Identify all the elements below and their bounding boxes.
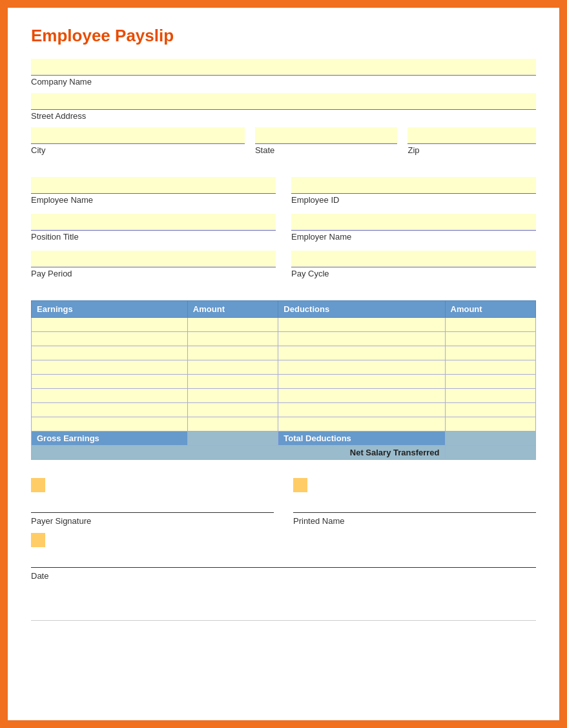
employee-name-input[interactable] <box>31 177 276 194</box>
date-line <box>31 551 536 568</box>
street-address-label: Street Address <box>31 111 536 121</box>
pay-cycle-input[interactable] <box>291 251 536 267</box>
table-row <box>32 318 536 332</box>
date-label: Date <box>31 571 48 581</box>
payer-sig-box <box>31 478 45 492</box>
pay-period-input[interactable] <box>31 251 276 267</box>
total-deductions-value <box>445 432 536 446</box>
city-col: City <box>31 127 245 161</box>
payer-sig-col: Payer Signature <box>31 478 274 526</box>
gross-earnings-label: Gross Earnings <box>32 432 188 446</box>
gross-earnings-value <box>187 432 278 446</box>
footer-divider <box>31 620 536 621</box>
summary-row: Gross EarningsTotal Deductions <box>32 432 536 446</box>
net-salary-row: Net Salary Transferred <box>32 446 536 460</box>
position-input[interactable] <box>31 214 276 231</box>
deductions-amount-header: Amount <box>445 301 536 318</box>
pay-cycle-label: Pay Cycle <box>291 269 536 278</box>
state-input[interactable] <box>255 127 398 144</box>
position-label: Position Title <box>31 232 276 242</box>
employee-id-label: Employee ID <box>291 195 536 205</box>
printed-name-label: Printed Name <box>293 516 344 526</box>
table-row <box>32 403 536 417</box>
net-salary-label: Net Salary Transferred <box>32 446 446 460</box>
zip-col: Zip <box>407 127 536 161</box>
table-row <box>32 360 536 375</box>
payroll-table: Earnings Amount Deductions Amount Gross … <box>31 300 536 460</box>
employee-name-id-row: Employee Name Employee ID <box>31 177 536 211</box>
net-salary-value <box>445 446 536 460</box>
employee-name-label: Employee Name <box>31 195 276 205</box>
printed-name-line <box>293 496 536 513</box>
pay-period-col: Pay Period <box>31 251 276 285</box>
table-row <box>32 389 536 403</box>
city-label: City <box>31 145 245 155</box>
position-employer-row: Position Title Employer Name <box>31 214 536 248</box>
payer-sig-label: Payer Signature <box>31 516 91 526</box>
employee-section: Employee Name Employee ID Position Title… <box>31 177 536 285</box>
pay-period-cycle-row: Pay Period Pay Cycle <box>31 251 536 285</box>
zip-label: Zip <box>407 145 536 155</box>
pay-cycle-col: Pay Cycle <box>291 251 536 285</box>
employer-name-input[interactable] <box>291 214 536 231</box>
state-label: State <box>255 145 398 155</box>
table-row <box>32 332 536 346</box>
company-name-input[interactable] <box>31 59 536 76</box>
payer-sig-line <box>31 496 274 513</box>
state-col: State <box>255 127 398 161</box>
printed-name-col: Printed Name <box>293 478 536 526</box>
deductions-header: Deductions <box>278 301 445 318</box>
street-address-row: Street Address <box>31 93 536 121</box>
table-row <box>32 417 536 432</box>
city-input[interactable] <box>31 127 245 144</box>
table-row <box>32 375 536 389</box>
employer-name-label: Employer Name <box>291 232 536 242</box>
pay-period-label: Pay Period <box>31 269 276 278</box>
company-name-row: Company Name <box>31 59 536 87</box>
city-state-zip-row: City State Zip <box>31 127 536 161</box>
employee-name-col: Employee Name <box>31 177 276 211</box>
printed-name-box <box>293 478 307 492</box>
earnings-amount-header: Amount <box>187 301 278 318</box>
outer-border: Employee Payslip Company Name Street Add… <box>0 0 567 728</box>
inner-page: Employee Payslip Company Name Street Add… <box>8 8 559 720</box>
employer-name-col: Employer Name <box>291 214 536 248</box>
employee-id-col: Employee ID <box>291 177 536 211</box>
earnings-header: Earnings <box>32 301 188 318</box>
zip-input[interactable] <box>407 127 536 144</box>
street-address-input[interactable] <box>31 93 536 110</box>
position-col: Position Title <box>31 214 276 248</box>
sig-payer-row: Payer Signature Printed Name <box>31 478 536 526</box>
date-col: Date <box>31 533 536 581</box>
signature-section: Payer Signature Printed Name Date <box>31 478 536 581</box>
page-title: Employee Payslip <box>31 26 536 46</box>
company-name-label: Company Name <box>31 77 536 87</box>
total-deductions-label: Total Deductions <box>278 432 445 446</box>
employee-id-input[interactable] <box>291 177 536 194</box>
date-box <box>31 533 45 547</box>
table-row <box>32 346 536 360</box>
